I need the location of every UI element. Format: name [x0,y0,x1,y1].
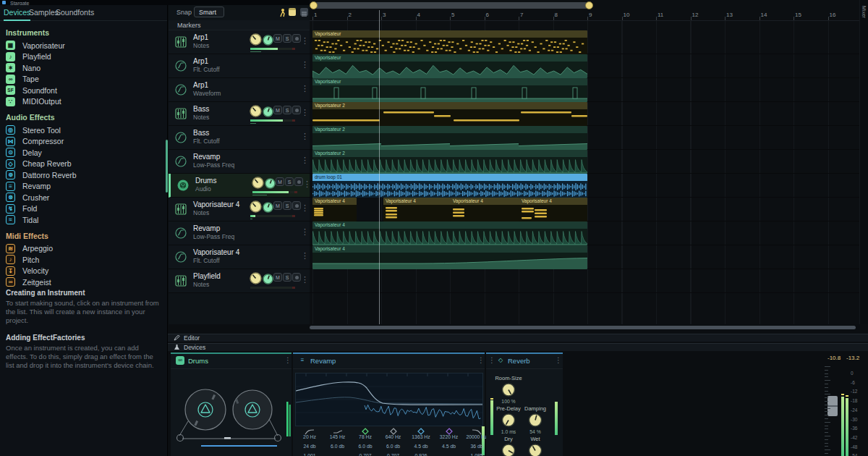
record-arm-button[interactable] [292,106,301,114]
midi-clip[interactable]: Vaporisateur 4 [451,198,519,221]
band-frequency[interactable]: 1363 Hz [412,434,430,439]
sidebar-item-pitch[interactable]: ♪Pitch [0,254,167,266]
pan-knob[interactable] [264,177,276,193]
sidebar-item-revamp[interactable]: ≡Revamp [0,181,167,193]
loop-end-handle[interactable] [585,1,593,9]
track-menu-icon[interactable]: ⋮ [301,156,309,165]
band-frequency[interactable]: 20 Hz [303,434,316,439]
solo-button[interactable]: S [283,106,292,114]
sidebar-item-tidal[interactable]: ≈Tidal [0,214,167,226]
track-menu-icon[interactable]: ⋮ [301,275,309,284]
kebab-menu-icon[interactable]: ⋮ [488,356,495,364]
sidebar-item-compressor[interactable]: ⋈Compressor [0,136,167,148]
band-gain[interactable]: 36 db [470,444,482,449]
audio-clip[interactable]: drum loop 01 [312,174,587,198]
pan-knob[interactable] [262,106,274,121]
solo-button[interactable]: S [283,201,292,210]
pre-delay-knob[interactable] [501,413,516,431]
record-arm-button[interactable] [292,34,301,43]
band-gain[interactable]: 24 db [303,444,315,449]
kebab-menu-icon[interactable]: ⋮ [284,356,292,364]
track-menu-icon[interactable]: ⋮ [301,60,309,69]
track-row-playfield-notes[interactable]: PlayfieldNotesMS⋮ [169,269,310,293]
sidebar-scrollbar[interactable] [166,140,168,193]
sidebar-item-nano[interactable]: ∗Nano [0,62,167,74]
timeline-ruler[interactable]: 12345678910111213141516 [310,10,859,21]
tab-soundfonts[interactable]: Soundfonts [56,5,94,20]
track-menu-icon[interactable]: ⋮ [301,84,309,93]
track-row-vaporisateur-4-flt-cutoff[interactable]: Vaporisateur 4Flt. Cutoff⋮ [169,245,310,269]
mute-button[interactable]: M [273,273,282,282]
track-menu-icon[interactable]: ⋮ [301,227,309,237]
sidebar-item-velocity[interactable]: ↧Velocity [0,266,167,277]
sidebar-item-midioutput[interactable]: ∵MIDIOutput [0,96,167,108]
midi-clip[interactable]: Vaporisateur 4 [312,198,357,221]
midi-clip[interactable]: Vaporisateur 2 [312,102,587,126]
track-row-arp1-notes[interactable]: Arp1NotesMS⋮ [169,30,310,54]
loop-start-handle[interactable] [310,1,318,9]
track-row-revamp-low-pass-freq[interactable]: RevampLow-Pass Freq⋮ [169,221,310,245]
track-menu-icon[interactable]: ⋮ [301,108,309,117]
automation-clip[interactable]: Vaporisateur 2 [312,126,587,150]
band-frequency[interactable]: 78 Hz [359,434,372,439]
dry-knob[interactable] [501,443,516,456]
loop-region-bar[interactable] [311,2,592,9]
sidebar-item-fold[interactable]: ↯Fold [0,203,167,215]
band-gain[interactable]: 4.5 db [414,444,428,449]
sidebar-item-crusher[interactable]: ⊗Crusher [0,192,167,203]
track-row-drums-audio[interactable]: DrumsAudioMS⋮ [169,174,310,198]
record-arm-button[interactable] [292,201,301,210]
volume-knob[interactable] [249,271,263,288]
band-frequency[interactable]: 20000 Hz [466,434,487,439]
sidebar-item-cheap-reverb[interactable]: ◇Cheap Reverb [0,159,167,170]
band-frequency[interactable]: 145 Hz [330,434,346,439]
solo-button[interactable]: S [283,273,292,282]
sidebar-item-tape[interactable]: ∞Tape [0,74,167,85]
midi-clip[interactable]: Vaporisateur 4 [383,198,451,221]
eq-frequency-graph[interactable] [295,373,483,426]
record-arm-button[interactable] [294,177,303,186]
midi-clip[interactable]: Vaporisateur [312,30,587,54]
mute-button[interactable]: M [273,201,282,210]
volume-knob[interactable] [249,33,263,49]
track-row-bass-notes[interactable]: BassNotesMS⋮ [169,102,310,126]
solo-button[interactable]: S [285,177,294,186]
sidebar-item-playfield[interactable]: ♪Playfield [0,51,167,63]
band-q[interactable]: 1.085 [470,453,482,456]
solo-button[interactable]: S [283,34,292,43]
track-menu-icon[interactable]: ⋮ [301,36,309,46]
wet-knob[interactable] [528,443,543,456]
automation-clip[interactable]: Vaporisateur 2 [312,150,587,174]
volume-knob[interactable] [251,176,265,193]
pan-knob[interactable] [262,201,274,216]
automation-clip[interactable]: Vaporisateur 4 [312,221,587,245]
tab-samples[interactable]: Samples [29,5,59,20]
band-q[interactable]: 0.707 [387,453,399,456]
editor-collapse-bar[interactable]: Editor [168,334,868,342]
volume-knob[interactable] [249,104,263,121]
list-menu-icon[interactable] [300,8,308,16]
horizontal-scrollbar[interactable] [310,326,856,329]
sidebar-item-stereo-tool[interactable]: ◎Stereo Tool [0,124,167,136]
midi-clip[interactable]: Vaporisateur 4 [519,198,587,221]
markers-lane-header[interactable]: Markers [169,20,310,30]
kebab-menu-icon[interactable]: ⋮ [555,356,562,364]
room-size-knob[interactable] [501,382,516,400]
tab-mixer[interactable]: Mixer [861,6,867,18]
sidebar-item-delay[interactable]: ⊙Delay [0,147,167,159]
notes-panel-icon[interactable] [289,8,296,16]
tab-devices[interactable]: Devices [4,5,30,21]
damping-knob[interactable] [528,413,543,431]
pan-knob[interactable] [262,273,274,288]
sidebar-item-zeitgeist[interactable]: ∞Zeitgeist [0,276,167,288]
track-menu-icon[interactable]: ⋮ [301,132,309,141]
automation-clip[interactable]: Vaporisateur [312,54,587,78]
kebab-menu-icon[interactable]: ⋮ [477,356,485,364]
band-q[interactable]: 0.926 [414,453,427,456]
sidebar-item-dattorro-reverb[interactable]: ⊚Dattorro Reverb [0,169,167,181]
track-row-arp1-waveform[interactable]: Arp1Waveform⋮ [169,78,310,102]
band-gain[interactable]: 6.0 db [331,444,344,449]
mute-button[interactable]: M [276,177,284,186]
track-menu-icon[interactable]: ⋮ [301,251,309,261]
sidebar-item-vaporisateur[interactable]: ▦Vaporisateur [0,40,167,51]
